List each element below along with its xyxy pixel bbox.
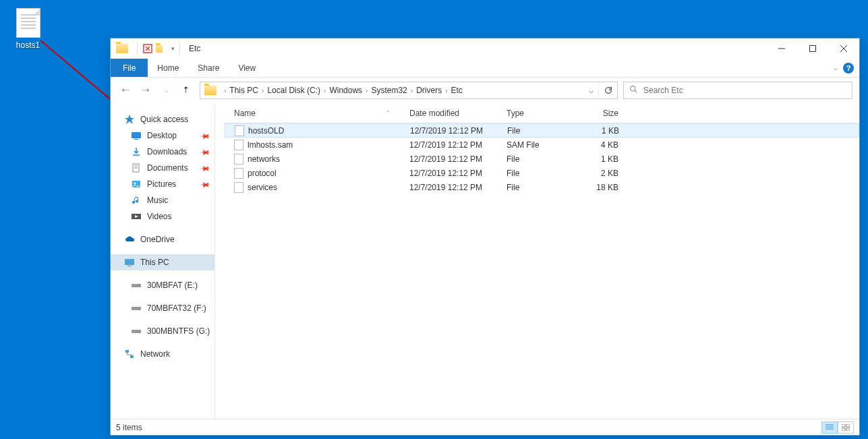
nav-downloads[interactable]: Downloads 📌 (111, 144, 214, 160)
svg-marker-9 (125, 115, 134, 124)
file-row[interactable]: services 12/7/2019 12:12 PM File 18 KB (225, 180, 859, 194)
nav-label: Videos (147, 212, 171, 221)
file-type: File (501, 154, 581, 164)
svg-rect-20 (127, 266, 132, 266)
svg-point-16 (134, 183, 136, 185)
svg-rect-28 (130, 355, 134, 358)
chevron-right-icon[interactable]: › (366, 87, 368, 94)
ribbon-expand-icon[interactable]: ⌵ (834, 64, 838, 71)
pictures-icon (131, 179, 142, 189)
nav-pictures[interactable]: Pictures 📌 (111, 176, 214, 192)
breadcrumb-system32[interactable]: System32 (371, 86, 407, 95)
desktop-file-hosts1[interactable]: hosts1 (9, 8, 47, 50)
pin-icon: 📌 (200, 179, 210, 189)
nav-music[interactable]: Music (111, 192, 214, 208)
maximize-button[interactable] (797, 38, 828, 59)
file-date: 12/7/2019 12:12 PM (404, 183, 501, 192)
svg-rect-33 (846, 424, 850, 427)
search-box[interactable] (623, 82, 852, 99)
svg-point-7 (631, 86, 635, 91)
tab-home[interactable]: Home (148, 59, 188, 77)
chevron-right-icon[interactable]: › (411, 87, 413, 94)
file-name: lmhosts.sam (248, 140, 293, 150)
search-icon (629, 85, 638, 96)
breadcrumb-etc[interactable]: Etc (451, 86, 462, 95)
file-name: protocol (248, 169, 277, 178)
nav-recent-chevron-icon[interactable]: ⌵ (158, 82, 174, 98)
titlebar[interactable]: ▾ Etc (111, 38, 859, 59)
svg-line-8 (635, 90, 637, 92)
nav-videos[interactable]: Videos (111, 208, 214, 225)
nav-documents[interactable]: Documents 📌 (111, 160, 214, 176)
nav-label: Network (140, 349, 170, 359)
nav-label: OneDrive (140, 235, 175, 244)
close-button[interactable] (828, 38, 859, 59)
nav-quick-access[interactable]: Quick access (111, 111, 214, 127)
file-row[interactable]: hostsOLD 12/7/2019 12:12 PM File 1 KB (225, 123, 859, 138)
svg-point-22 (138, 285, 140, 287)
qat-properties-icon[interactable] (142, 43, 153, 54)
file-icon (234, 154, 243, 165)
qat-newfolder-icon[interactable] (156, 43, 167, 54)
videos-icon (131, 211, 142, 222)
chevron-right-icon[interactable]: › (445, 87, 447, 94)
file-size: 4 KB (581, 140, 627, 150)
nav-this-pc[interactable]: This PC (111, 254, 214, 270)
breadcrumb-drivers[interactable]: Drivers (416, 86, 442, 95)
drive-icon (131, 326, 142, 336)
nav-label: Quick access (140, 115, 188, 124)
nav-up-button[interactable]: 🠑 (178, 82, 194, 98)
col-header-size[interactable]: Size (581, 109, 627, 118)
nav-drive-g[interactable]: 300MBNTFS (G:) (111, 323, 214, 339)
minimize-button[interactable] (766, 38, 797, 59)
view-large-button[interactable] (838, 421, 854, 434)
svg-point-26 (138, 331, 140, 332)
file-row[interactable]: lmhosts.sam 12/7/2019 12:12 PM SAM File … (225, 138, 859, 152)
breadcrumb-c[interactable]: Local Disk (C:) (267, 86, 320, 95)
file-row[interactable]: networks 12/7/2019 12:12 PM File 1 KB (225, 152, 859, 166)
breadcrumb-this-pc[interactable]: This PC (229, 86, 258, 95)
address-history-chevron-icon[interactable]: ⌵ (583, 82, 598, 98)
address-bar[interactable]: › This PC › Local Disk (C:) › Windows › … (200, 82, 618, 99)
tab-view[interactable]: View (229, 59, 265, 77)
help-icon[interactable]: ? (843, 63, 854, 74)
file-icon (234, 140, 243, 150)
chevron-right-icon[interactable]: › (262, 87, 264, 94)
file-list-area[interactable]: Name⌃ Date modified Type Size hostsOLD 1… (215, 103, 859, 419)
tab-file[interactable]: File (111, 59, 148, 77)
nav-forward-button[interactable]: 🠒 (138, 82, 154, 98)
pin-icon: 📌 (200, 130, 210, 141)
chevron-right-icon[interactable]: › (224, 87, 226, 94)
qat-customize-chevron-icon[interactable]: ▾ (171, 45, 175, 52)
chevron-right-icon[interactable]: › (324, 87, 326, 94)
status-item-count: 5 items (116, 423, 142, 432)
nav-drive-f[interactable]: 70MBFAT32 (F:) (111, 300, 214, 316)
pin-icon: 📌 (200, 163, 210, 173)
music-icon (131, 195, 142, 206)
nav-back-button[interactable]: 🠐 (117, 82, 134, 98)
star-icon (124, 114, 135, 125)
onedrive-icon (124, 234, 135, 245)
nav-desktop[interactable]: Desktop 📌 (111, 127, 214, 144)
nav-drive-e[interactable]: 30MBFAT (E:) (111, 277, 214, 293)
breadcrumb-windows[interactable]: Windows (329, 86, 362, 95)
search-input[interactable] (643, 86, 852, 95)
network-icon (124, 349, 135, 359)
file-date: 12/7/2019 12:12 PM (404, 140, 501, 150)
file-type: File (501, 169, 581, 178)
statusbar: 5 items (111, 419, 859, 435)
sort-asc-icon: ⌃ (386, 110, 390, 116)
tab-share[interactable]: Share (188, 59, 229, 77)
file-explorer-window: ▾ Etc File Home Share View ⌵ ? 🠐 🠒 ⌵ 🠑 (110, 38, 860, 436)
file-row[interactable]: protocol 12/7/2019 12:12 PM File 2 KB (225, 166, 859, 180)
svg-rect-32 (842, 424, 845, 427)
view-details-button[interactable] (821, 421, 838, 434)
nav-network[interactable]: Network (111, 346, 214, 362)
nav-onedrive[interactable]: OneDrive (111, 231, 214, 247)
folder-icon (204, 86, 216, 95)
col-header-type[interactable]: Type (501, 109, 581, 118)
file-type: File (501, 183, 581, 192)
refresh-button[interactable] (598, 82, 617, 98)
col-header-date[interactable]: Date modified (404, 109, 501, 118)
col-header-name[interactable]: Name⌃ (229, 109, 404, 118)
